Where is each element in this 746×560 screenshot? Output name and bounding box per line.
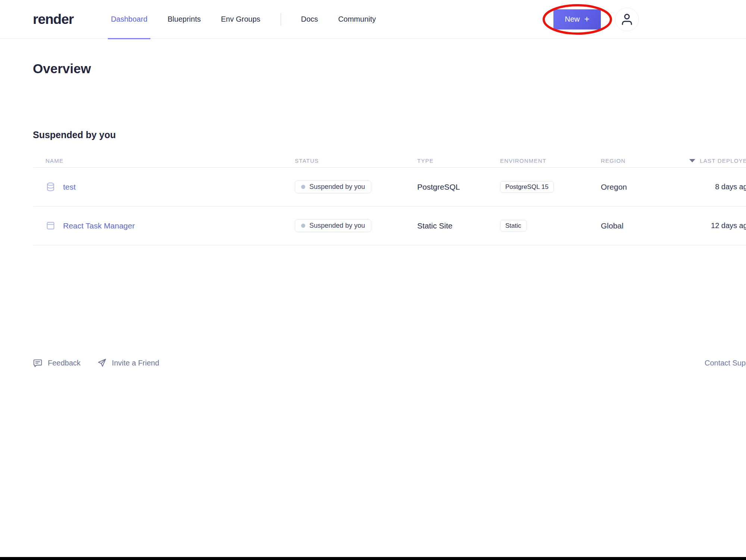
column-header-type[interactable]: TYPE xyxy=(417,158,500,164)
environment-cell: PostgreSQL 15 xyxy=(500,181,601,193)
bottom-black-bar xyxy=(0,557,746,560)
name-cell: test xyxy=(33,182,295,192)
status-label: Suspended by you xyxy=(309,183,365,191)
status-badge: Suspended by you xyxy=(295,180,371,193)
type-cell: PostgreSQL xyxy=(417,183,500,192)
column-header-last-deployed[interactable]: LAST DEPLOYED xyxy=(687,158,746,164)
service-name-link[interactable]: test xyxy=(63,183,76,192)
type-cell: Static Site xyxy=(417,221,500,230)
table-row[interactable]: test Suspended by you PostgreSQL Postgre… xyxy=(33,168,746,206)
feedback-bubble-icon xyxy=(33,358,43,368)
nav-right: New + xyxy=(553,7,746,31)
name-cell: React Task Manager xyxy=(33,221,295,231)
new-button-label: New xyxy=(565,15,580,24)
nav-item-blueprints[interactable]: Blueprints xyxy=(168,0,201,39)
column-header-environment[interactable]: ENVIRONMENT xyxy=(500,158,601,164)
nav-item-env-groups[interactable]: Env Groups xyxy=(221,0,260,39)
environment-badge: Static xyxy=(500,220,527,231)
nav-divider xyxy=(281,13,281,26)
plus-icon: + xyxy=(584,14,590,24)
database-icon xyxy=(46,182,56,192)
primary-nav: Dashboard Blueprints Env Groups Docs Com… xyxy=(111,0,376,39)
page-title: Overview xyxy=(33,61,746,76)
status-dot-icon xyxy=(301,185,305,189)
column-header-region[interactable]: REGION xyxy=(601,158,687,164)
page-footer: Feedback Invite a Friend Contact Support xyxy=(33,354,746,372)
status-label: Suspended by you xyxy=(309,222,365,230)
invite-friend-label: Invite a Friend xyxy=(112,359,159,367)
invite-friend-link[interactable]: Invite a Friend xyxy=(97,358,159,368)
last-deploy-cell: 12 days ago xyxy=(687,221,746,230)
nav-item-dashboard[interactable]: Dashboard xyxy=(111,0,147,39)
nav-item-docs[interactable]: Docs xyxy=(301,0,318,39)
service-type: Static Site xyxy=(417,221,453,230)
environment-cell: Static xyxy=(500,220,601,231)
service-type: PostgreSQL xyxy=(417,183,460,191)
region-label: Oregon xyxy=(601,183,627,191)
last-deploy-cell: 8 days ago xyxy=(687,183,746,191)
section-title: Suspended by you xyxy=(33,130,746,140)
services-table: NAME STATUS TYPE ENVIRONMENT REGION LAST… xyxy=(33,154,746,245)
contact-support-link[interactable]: Contact Support xyxy=(705,359,746,367)
column-header-name[interactable]: NAME xyxy=(33,158,295,164)
sort-descending-icon xyxy=(689,159,695,162)
user-icon xyxy=(619,12,634,27)
region-label: Global xyxy=(601,221,624,230)
paper-plane-icon xyxy=(97,358,107,368)
environment-badge: PostgreSQL 15 xyxy=(500,181,554,193)
feedback-label: Feedback xyxy=(48,359,81,367)
static-site-icon xyxy=(46,221,56,231)
status-dot-icon xyxy=(301,224,305,228)
table-row[interactable]: React Task Manager Suspended by you Stat… xyxy=(33,206,746,245)
region-cell: Oregon xyxy=(601,183,687,192)
region-cell: Global xyxy=(601,221,687,230)
status-badge: Suspended by you xyxy=(295,219,371,232)
render-logo[interactable]: render xyxy=(33,12,74,27)
top-nav: render Dashboard Blueprints Env Groups D… xyxy=(0,0,746,39)
nav-item-community[interactable]: Community xyxy=(338,0,376,39)
table-header-row: NAME STATUS TYPE ENVIRONMENT REGION LAST… xyxy=(33,154,746,168)
status-cell: Suspended by you xyxy=(295,180,417,193)
column-header-last-deployed-label: LAST DEPLOYED xyxy=(700,158,746,164)
new-button[interactable]: New + xyxy=(553,9,601,29)
service-name-link[interactable]: React Task Manager xyxy=(63,221,135,230)
column-header-status[interactable]: STATUS xyxy=(295,158,417,164)
main-content: Overview Suspended by you NAME STATUS TY… xyxy=(0,61,746,245)
status-cell: Suspended by you xyxy=(295,219,417,232)
account-menu-button[interactable] xyxy=(615,7,639,31)
last-deploy-label: 8 days ago xyxy=(715,183,746,191)
feedback-link[interactable]: Feedback xyxy=(33,358,81,368)
last-deploy-label: 12 days ago xyxy=(711,221,746,230)
